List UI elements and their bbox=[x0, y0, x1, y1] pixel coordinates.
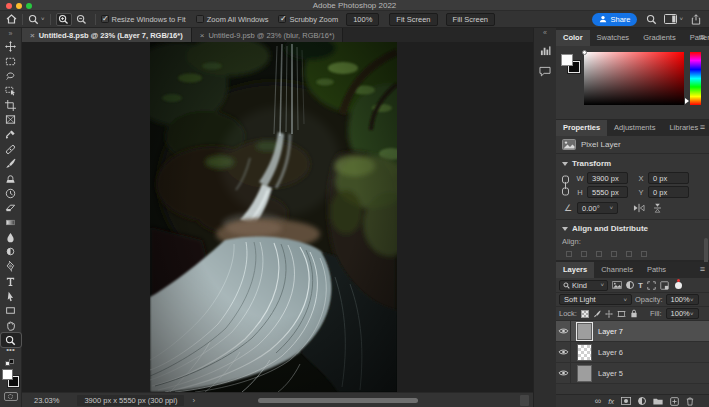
collapse-section-icon[interactable] bbox=[562, 227, 568, 231]
layer-thumbnail[interactable] bbox=[577, 344, 592, 361]
adjustment-layer-icon[interactable] bbox=[638, 397, 646, 405]
shape-tool[interactable] bbox=[1, 303, 21, 318]
document-tab-untitled-9[interactable]: × Untitled-9.psb @ 23% (blur, RGB/16*) bbox=[192, 28, 344, 42]
filter-toggle[interactable] bbox=[675, 282, 682, 289]
rotation-field[interactable]: 0.00° ˅ bbox=[577, 202, 618, 214]
filter-shape-icon[interactable] bbox=[647, 281, 656, 290]
object-selection-tool[interactable] bbox=[1, 83, 21, 98]
fit-screen-button[interactable]: Fit Screen bbox=[389, 13, 437, 26]
lock-all-icon[interactable] bbox=[630, 309, 638, 318]
layer-effects-icon[interactable]: fx bbox=[608, 397, 614, 406]
lock-paint-icon[interactable] bbox=[593, 310, 601, 318]
zoom-out-button[interactable] bbox=[74, 13, 90, 26]
lock-transparent-pixels-icon[interactable] bbox=[581, 310, 589, 318]
tab-channels[interactable]: Channels bbox=[594, 262, 640, 278]
layer-mask-icon[interactable] bbox=[621, 397, 631, 405]
tab-adjustments[interactable]: Adjustments bbox=[607, 120, 662, 136]
comments-panel-icon[interactable] bbox=[536, 63, 555, 80]
filter-type-icon[interactable]: T bbox=[638, 281, 643, 290]
layer-name[interactable]: Layer 6 bbox=[598, 348, 623, 357]
visibility-toggle[interactable] bbox=[556, 342, 571, 363]
tab-properties[interactable]: Properties bbox=[556, 120, 607, 136]
document-tab-untitled-8[interactable]: × Untitled-8.psb @ 23% (Layer 7, RGB/16*… bbox=[22, 28, 192, 42]
layer-row-layer-5[interactable]: Layer 5 bbox=[556, 363, 709, 384]
link-dimensions-icon[interactable] bbox=[561, 174, 570, 198]
fill-screen-button[interactable]: Fill Screen bbox=[446, 13, 495, 26]
delete-layer-icon[interactable] bbox=[686, 397, 694, 406]
eraser-tool[interactable] bbox=[1, 201, 21, 216]
x-field[interactable]: 0 px bbox=[648, 172, 689, 184]
dodge-tool[interactable] bbox=[1, 245, 21, 260]
new-layer-icon[interactable] bbox=[670, 397, 679, 406]
layer-name[interactable]: Layer 7 bbox=[598, 327, 623, 336]
hue-slider[interactable] bbox=[690, 52, 701, 105]
layer-row-layer-7[interactable]: Layer 7 bbox=[556, 321, 709, 342]
histogram-panel-icon[interactable] bbox=[536, 42, 555, 59]
height-field[interactable]: 5550 px bbox=[587, 186, 628, 198]
tab-patterns[interactable]: Patterns bbox=[683, 30, 709, 46]
layer-group-icon[interactable] bbox=[653, 397, 663, 405]
y-field[interactable]: 0 px bbox=[648, 186, 689, 198]
panel-menu-icon[interactable]: ≡ bbox=[700, 120, 705, 136]
crop-tool[interactable] bbox=[1, 98, 21, 113]
workspace-switcher[interactable]: ˅ bbox=[664, 14, 683, 24]
foreground-background-swatches[interactable] bbox=[1, 369, 20, 388]
lasso-tool[interactable] bbox=[1, 68, 21, 83]
edit-toolbar-icon[interactable]: ••• bbox=[6, 347, 14, 356]
zoom-in-button[interactable] bbox=[56, 13, 72, 26]
gradient-tool[interactable] bbox=[1, 215, 21, 230]
layer-row-layer-6[interactable]: Layer 6 bbox=[556, 342, 709, 363]
foreground-color-swatch[interactable] bbox=[2, 369, 13, 380]
pen-tool[interactable] bbox=[1, 259, 21, 274]
scrubby-zoom-checkbox[interactable] bbox=[278, 15, 286, 23]
share-button[interactable]: Share bbox=[592, 13, 637, 26]
zoom-tool-preset[interactable]: ˅ bbox=[28, 14, 45, 25]
blend-mode-dropdown[interactable]: Soft Light ˅ bbox=[559, 294, 632, 305]
panel-menu-icon[interactable]: ≡ bbox=[700, 30, 705, 46]
brush-tool[interactable] bbox=[1, 157, 21, 172]
filter-image-icon[interactable] bbox=[612, 281, 622, 289]
toolbar-collapse-icon[interactable]: » bbox=[9, 28, 13, 39]
hand-tool[interactable] bbox=[1, 318, 21, 333]
visibility-toggle[interactable] bbox=[556, 363, 571, 384]
dock-collapse-icon[interactable]: « bbox=[543, 28, 547, 38]
opacity-dropdown[interactable]: 100% ˅ bbox=[666, 294, 699, 305]
lock-position-icon[interactable] bbox=[605, 310, 613, 318]
eyedropper-tool[interactable] bbox=[1, 127, 21, 142]
close-tab-icon[interactable]: × bbox=[200, 31, 205, 40]
clone-stamp-tool[interactable] bbox=[1, 171, 21, 186]
close-tab-icon[interactable]: × bbox=[30, 31, 35, 40]
color-field[interactable] bbox=[584, 52, 684, 105]
home-icon[interactable] bbox=[6, 14, 17, 24]
zoom-100-button[interactable]: 100% bbox=[346, 13, 379, 26]
flip-vertical-icon[interactable] bbox=[652, 203, 663, 213]
healing-brush-tool[interactable] bbox=[1, 142, 21, 157]
search-icon[interactable] bbox=[646, 14, 657, 25]
link-layers-icon[interactable]: ∞ bbox=[595, 397, 601, 406]
zoom-all-windows-checkbox[interactable] bbox=[196, 15, 204, 23]
panel-menu-icon[interactable]: ≡ bbox=[700, 262, 705, 278]
quick-mask-button[interactable] bbox=[4, 392, 18, 401]
flip-horizontal-icon[interactable] bbox=[633, 203, 645, 213]
blur-tool[interactable] bbox=[1, 230, 21, 245]
lock-artboard-icon[interactable] bbox=[617, 310, 626, 318]
tab-layers[interactable]: Layers bbox=[556, 262, 594, 278]
foreground-color-swatch[interactable] bbox=[561, 54, 573, 66]
tab-paths[interactable]: Paths bbox=[640, 262, 673, 278]
filter-kind-dropdown[interactable]: Kind ˅ bbox=[559, 280, 608, 291]
width-field[interactable]: 3900 px bbox=[587, 172, 628, 184]
marquee-tool[interactable] bbox=[1, 54, 21, 69]
export-icon[interactable] bbox=[691, 14, 701, 25]
move-tool[interactable] bbox=[1, 39, 21, 54]
tab-color[interactable]: Color bbox=[556, 30, 590, 46]
horizontal-scrollbar[interactable] bbox=[258, 398, 418, 403]
layer-thumbnail[interactable] bbox=[577, 365, 592, 382]
zoom-level[interactable]: 23.03% bbox=[34, 396, 59, 405]
history-brush-tool[interactable] bbox=[1, 186, 21, 201]
filter-adjustment-icon[interactable] bbox=[626, 281, 634, 289]
canvas-area[interactable] bbox=[22, 42, 533, 392]
default-colors-icon[interactable] bbox=[5, 359, 16, 367]
vertical-scrollbar[interactable] bbox=[704, 238, 708, 264]
frame-tool[interactable] bbox=[1, 112, 21, 127]
visibility-toggle[interactable] bbox=[556, 321, 571, 342]
